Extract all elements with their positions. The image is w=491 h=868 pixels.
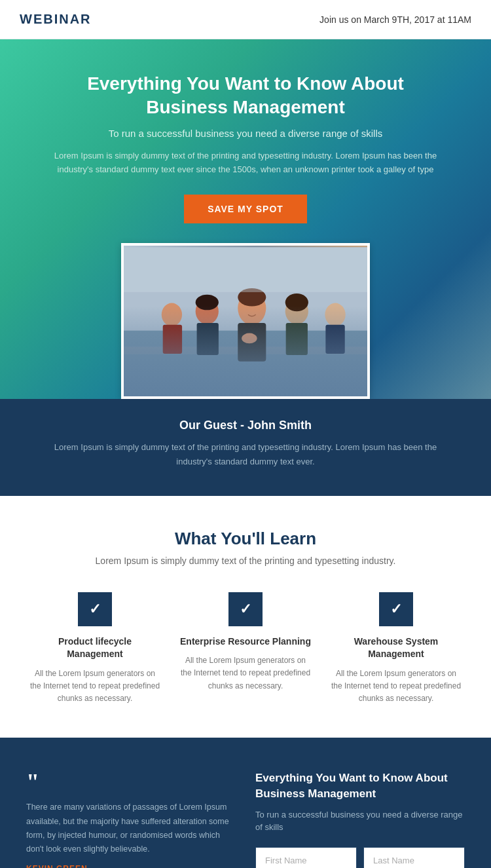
svg-rect-4 [238,323,266,362]
hero-body: Lorem Ipsum is simply dummy text of the … [52,149,439,177]
svg-point-14 [325,303,345,326]
learn-item-1: ✓ Product lifecycle Management All the L… [29,592,160,706]
checkmark-3: ✓ [390,601,402,618]
svg-point-16 [242,333,257,344]
svg-point-8 [196,295,219,310]
hero-image [121,243,370,399]
learn-item-title-1: Product lifecycle Management [29,635,160,661]
svg-rect-17 [124,248,367,293]
check-icon-2: ✓ [228,592,263,626]
form-title: Everything You Want to Know About Busine… [255,770,465,802]
quote-mark-1: " [26,770,236,794]
svg-rect-12 [286,323,308,355]
svg-rect-1 [124,331,367,395]
hero-title: Everything You Want to Know About Busine… [52,72,439,120]
guest-section: Our Guest - John Smith Lorem Ipsum is si… [0,399,491,495]
learn-section: What You'll Learn Lorem Ipsum is simply … [0,496,491,738]
hero-image-placeholder [124,246,367,396]
svg-rect-10 [163,325,182,354]
first-name-input[interactable] [255,847,357,868]
signup-form-section: Everything You Want to Know About Busine… [255,770,465,868]
learn-item-desc-3: All the Lorem Ipsum generators on the In… [331,668,462,706]
header: WEBINAR Join us on March 9TH, 2017 at 11… [0,0,491,39]
name-row [255,847,465,868]
svg-point-13 [285,293,308,311]
learn-item-desc-2: All the Lorem Ipsum generators on the In… [180,654,311,692]
svg-point-9 [162,303,182,326]
learn-item-3: ✓ Warehouse System Management All the Lo… [331,592,462,706]
hero-section: Everything You Want to Know About Busine… [0,39,491,399]
logo: WEBINAR [20,12,92,27]
learn-item-2: ✓ Enterprise Resource Planning All the L… [180,592,311,706]
testimonial-name-1: KEVIN GREEN [26,864,236,868]
learn-title: What You'll Learn [26,529,465,549]
hero-subtitle: To run a successful business you need a … [52,128,439,139]
guest-description: Lorem Ipsum is simply dummy text of the … [52,440,439,469]
guest-name: Our Guest - John Smith [52,419,439,432]
learn-item-title-2: Enterprise Resource Planning [180,635,311,649]
svg-rect-15 [325,325,344,354]
check-icon-3: ✓ [379,592,413,626]
last-name-input[interactable] [363,847,465,868]
bottom-section: " There are many variations of passages … [0,738,491,868]
learn-subtitle: Lorem Ipsum is simply dummy text of the … [26,556,465,566]
svg-rect-7 [197,323,219,355]
testimonials-column: " There are many variations of passages … [26,770,255,868]
checkmark-1: ✓ [89,601,101,618]
testimonial-text-1: There are many variations of passages of… [26,801,236,856]
form-subtitle: To run a successful business you need a … [255,808,465,834]
learn-items: ✓ Product lifecycle Management All the L… [26,592,465,706]
checkmark-2: ✓ [240,601,251,618]
check-icon-1: ✓ [78,592,112,626]
learn-item-title-3: Warehouse System Management [331,635,462,661]
hero-cta-button[interactable]: SAVE MY SPOT [184,195,307,223]
learn-item-desc-1: All the Lorem Ipsum generators on the In… [29,668,160,706]
svg-rect-2 [124,347,367,355]
header-date: Join us on March 9TH, 2017 at 11AM [319,14,471,25]
